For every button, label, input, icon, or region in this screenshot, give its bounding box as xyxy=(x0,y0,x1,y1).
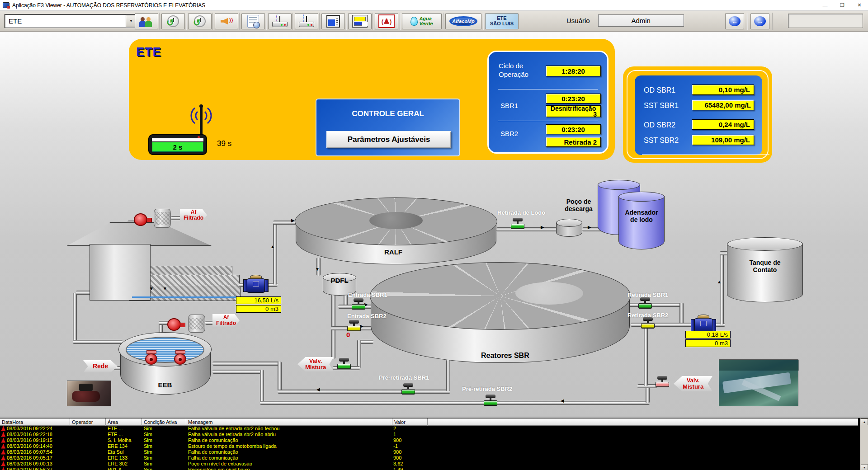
cell-valor: 900 xyxy=(393,455,401,461)
valve-pre-retirada-sbr1[interactable] xyxy=(401,383,415,395)
col-valor[interactable]: Valor xyxy=(392,418,428,426)
scroll-down-icon[interactable]: ▼ xyxy=(861,464,868,470)
table-row[interactable]: 08/03/2016 09:19:15 S. I. Molha Sim Falh… xyxy=(0,437,858,443)
window-title: Aplicação E3 Viewer - AUTOMAÇÃO DOS RESE… xyxy=(12,2,205,9)
pipe xyxy=(628,303,684,307)
cell-area: ERE 133 xyxy=(108,455,127,461)
cell-area: ERE 302 xyxy=(108,461,127,466)
col-condicao[interactable]: Condição Ativa xyxy=(142,418,186,426)
history-2-button[interactable] xyxy=(188,13,212,29)
users-button[interactable] xyxy=(135,13,158,29)
agua-verde-button[interactable]: Agua Verde xyxy=(402,13,442,29)
eeb-tank: EEB xyxy=(118,332,212,398)
col-datahora[interactable]: DataHora xyxy=(0,418,70,426)
alfacomp-button[interactable]: AlfacoMp xyxy=(445,13,481,29)
meter-panel-button[interactable] xyxy=(348,13,372,29)
alarm-scrollbar[interactable]: ▲ ▼ xyxy=(860,418,868,470)
table-row[interactable]: 08/03/2016 09:22:18 ETE ... Sim Falha vá… xyxy=(0,432,858,437)
modem-1-button[interactable] xyxy=(268,13,292,29)
eeb-building xyxy=(90,244,151,301)
alarm-bell-icon xyxy=(1,467,5,470)
back-button[interactable]: ← xyxy=(725,13,744,29)
radio-antenna-icon xyxy=(179,100,223,136)
alarms-button[interactable]: () xyxy=(375,13,398,29)
valve-retirada-lodo[interactable] xyxy=(511,218,524,230)
adensador-tank-2: Adensador de lodo xyxy=(618,192,665,250)
poco-descarga-label: Poço de descarga xyxy=(552,198,605,212)
alarm-bell-icon xyxy=(1,456,5,461)
valve-mistura-2[interactable] xyxy=(656,376,669,388)
od-sbr1-label: OD SBR1 xyxy=(644,86,675,94)
pipe xyxy=(496,227,560,231)
history-button[interactable] xyxy=(161,13,185,29)
parametros-ajustaveis-button[interactable]: Parâmetros Ajustáveis xyxy=(326,131,451,148)
water-drop-icon xyxy=(410,17,418,26)
sst-sbr1-label: SST SBR1 xyxy=(644,102,679,110)
reatores-sbr-label: Reatores SBR xyxy=(481,352,529,360)
pipe xyxy=(260,401,650,405)
cell-condicao: Sim xyxy=(144,449,152,455)
col-area[interactable]: Área xyxy=(106,418,142,426)
screen-selector-dropdown[interactable]: ETE ▼ xyxy=(5,14,137,28)
table-row[interactable]: 08/03/2016 09:22:24 ETE ... Sim Falha vá… xyxy=(0,426,858,432)
cell-valor: -1 xyxy=(393,443,398,449)
close-button[interactable]: ✕ xyxy=(851,0,868,11)
modem-2-button[interactable] xyxy=(295,13,318,29)
entrada-sbr1-label: Entrada SBR1 xyxy=(348,291,387,298)
valve-retirada-sbr2[interactable] xyxy=(641,317,655,329)
scroll-up-icon[interactable]: ▲ xyxy=(861,418,868,425)
pipe xyxy=(171,216,181,220)
cell-mensagem: Poço em nível de extravasão xyxy=(188,461,252,466)
grit-channel xyxy=(137,275,240,286)
speaker-icon xyxy=(220,15,233,27)
table-row[interactable]: 08/03/2016 08:58:37 R01-A Sim Reservatór… xyxy=(0,467,858,470)
minimize-button[interactable]: — xyxy=(816,0,834,11)
valv-mistura-banner: Valv. Mistura xyxy=(297,357,334,371)
alarm-bell-icon xyxy=(1,432,5,437)
pump-icon xyxy=(145,350,158,366)
alarm-bell-icon xyxy=(1,450,5,455)
forward-arrow-icon: → xyxy=(754,16,766,26)
modem-antenna-icon xyxy=(272,15,288,28)
od-sbr2-value: 0,24 mg/L xyxy=(692,119,754,130)
col-mensagem[interactable]: Mensagem xyxy=(186,418,392,426)
water-line xyxy=(132,296,238,298)
modem-antenna-icon xyxy=(299,15,314,28)
cell-datahora: 08/03/2016 09:22:24 xyxy=(7,426,52,431)
col-operador[interactable]: Operador xyxy=(70,418,106,426)
valve-entrada-sbr2[interactable] xyxy=(347,320,361,332)
cell-area: ETE ... xyxy=(108,432,123,437)
retirada-lodo-label: Retirada de Lodo xyxy=(497,209,545,216)
cell-mensagem: Falha válvula de entrada sbr2 não fechou xyxy=(188,426,279,431)
sound-button[interactable] xyxy=(215,13,238,29)
cell-datahora: 08/03/2016 09:00:13 xyxy=(7,461,52,466)
pipe xyxy=(278,390,450,394)
adensador-label: Adensador de lodo xyxy=(618,209,665,223)
blower-icon xyxy=(134,212,152,227)
valve-retirada-sbr1[interactable] xyxy=(638,297,652,309)
restore-button[interactable]: ❐ xyxy=(834,0,851,11)
cell-datahora: 08/03/2016 09:22:18 xyxy=(7,432,52,437)
cell-area: Eta Sul xyxy=(108,449,123,455)
valve-entrada-sbr1[interactable] xyxy=(352,298,365,310)
pipe xyxy=(212,370,263,374)
ciclo-label: Ciclo de Operação xyxy=(499,62,528,79)
table-row[interactable]: 08/03/2016 09:00:13 ERE 302 Sim Poço em … xyxy=(0,461,858,467)
cell-condicao: Sim xyxy=(144,426,152,431)
forward-button[interactable]: → xyxy=(750,13,769,29)
table-row[interactable]: 08/03/2016 09:14:40 ERE 134 Sim Estouro … xyxy=(0,443,858,449)
user-label: Usuário xyxy=(566,17,590,24)
valve-pre-retirada-sbr2[interactable] xyxy=(484,395,497,406)
report-button[interactable] xyxy=(241,13,265,29)
table-row[interactable]: 08/03/2016 09:05:17 ERE 133 Sim Falha de… xyxy=(0,455,858,461)
table-row[interactable]: 08/03/2016 09:07:54 Eta Sul Sim Falha de… xyxy=(0,449,858,455)
ete-sao-luis-button[interactable]: ETE SÃO LUIS xyxy=(485,13,519,29)
level-display-button[interactable] xyxy=(321,13,345,29)
cell-datahora: 08/03/2016 09:05:17 xyxy=(7,455,52,461)
cell-condicao: Sim xyxy=(144,455,152,461)
cell-condicao: Sim xyxy=(144,461,152,466)
sbr2-phase-box: Retirada 2 xyxy=(546,137,601,147)
flow-meter-entrada xyxy=(243,275,269,293)
valve-mistura-1[interactable] xyxy=(337,358,351,370)
cell-datahora: 08/03/2016 09:07:54 xyxy=(7,449,52,455)
